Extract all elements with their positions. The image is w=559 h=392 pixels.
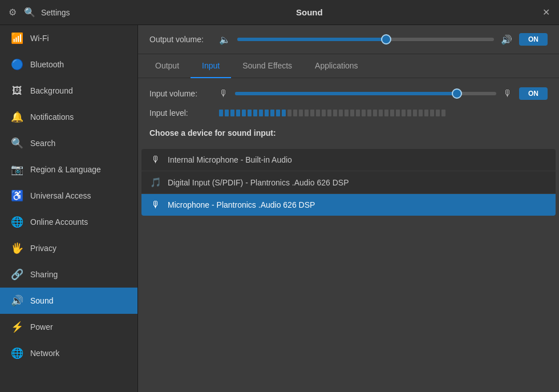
network-icon: 🌐 [11,347,23,359]
level-segment [441,110,445,116]
tab-input[interactable]: Input [191,54,231,78]
level-segment [436,110,440,116]
output-toggle-button[interactable]: ON [519,33,548,46]
sidebar-item-label-background: Background [30,86,73,95]
volume-high-icon: 🔊 [501,34,512,45]
sidebar-item-label-region-language: Region & Language [30,165,101,174]
output-volume-bar: Output volume: 🔈 🔊 ON [138,25,559,54]
device-icon: 🎙 [149,200,162,210]
mic-high-icon: 🎙 [503,88,512,99]
privacy-icon: 🖐 [11,242,23,254]
device-item-digital-input[interactable]: 🎵Digital Input (S/PDIF) - Plantronics .A… [141,171,556,194]
sharing-icon: 🔗 [11,268,23,281]
notifications-icon: 🔔 [11,111,23,123]
sidebar-item-label-bluetooth: Bluetooth [30,60,64,69]
sidebar-item-label-wifi: Wi-Fi [30,34,49,43]
titlebar-icons: ⚙ 🔍 Settings [7,7,70,18]
sidebar-item-online-accounts[interactable]: 🌐Online Accounts [0,209,137,235]
tab-applications[interactable]: Applications [303,54,370,78]
tab-sound-effects[interactable]: Sound Effects [231,54,303,78]
sidebar-item-sharing[interactable]: 🔗Sharing [0,261,137,288]
background-icon: 🖼 [11,84,23,97]
device-item-microphone[interactable]: 🎙Microphone - Plantronics .Audio 626 DSP [141,194,556,216]
sidebar-item-label-sharing: Sharing [30,270,58,279]
level-segment [430,110,434,116]
device-label-microphone: Microphone - Plantronics .Audio 626 DSP [168,200,315,209]
level-segment [419,110,423,116]
input-volume-slider[interactable] [235,92,496,95]
level-segment [356,110,360,116]
titlebar-title: Sound [79,7,540,17]
sidebar-item-search[interactable]: 🔍Search [0,130,137,156]
sidebar-item-region-language[interactable]: 📷Region & Language [0,156,137,183]
power-icon: ⚡ [11,321,23,333]
level-segment [345,110,349,116]
sidebar-item-universal-access[interactable]: ♿Universal Access [0,183,137,209]
sidebar-item-label-power: Power [30,322,53,332]
level-segment [310,110,314,116]
level-segment [339,110,343,116]
accounts-icon: 🌐 [11,216,23,228]
level-segment [322,110,326,116]
tabs: OutputInputSound EffectsApplications [138,54,559,78]
device-item-internal-mic[interactable]: 🎙Internal Microphone - Built-in Audio [141,149,556,171]
input-level-bar [219,108,548,118]
level-segment [236,110,240,116]
titlebar: ⚙ 🔍 Settings Sound ✕ [0,0,559,25]
close-button[interactable]: ✕ [540,6,552,19]
sidebar-item-wifi[interactable]: 📶Wi-Fi [0,25,137,51]
sidebar-item-label-sound: Sound [30,296,53,305]
input-toggle-button[interactable]: ON [519,87,548,100]
sidebar-item-background[interactable]: 🖼Background [0,78,137,104]
sidebar-item-label-network: Network [30,349,59,358]
level-segment [350,110,354,116]
region-icon: 📷 [11,163,23,176]
level-segment [390,110,394,116]
level-segment [316,110,320,116]
sidebar-item-power[interactable]: ⚡Power [0,314,137,340]
level-segment [367,110,371,116]
output-volume-label: Output volume: [149,35,212,44]
sidebar-item-network[interactable]: 🌐Network [0,340,137,366]
output-volume-slider[interactable] [237,38,494,41]
level-segment [293,110,297,116]
input-level-row: Input level: [149,108,548,118]
wifi-icon: 📶 [11,32,23,45]
level-segment [373,110,377,116]
device-list: 🎙Internal Microphone - Built-in Audio🎵Di… [141,149,556,216]
mic-low-icon: 🎙 [219,88,228,99]
level-segment [327,110,331,116]
level-segment [384,110,388,116]
level-segment [305,110,309,116]
sidebar-item-privacy[interactable]: 🖐Privacy [0,235,137,261]
level-segment [242,110,246,116]
sidebar-item-notifications[interactable]: 🔔Notifications [0,104,137,130]
titlebar-settings-label: Settings [41,8,70,17]
main-content: 📶Wi-Fi🔵Bluetooth🖼Background🔔Notification… [0,25,559,392]
tab-output[interactable]: Output [144,54,191,78]
level-segment [219,110,223,116]
sidebar-item-bluetooth[interactable]: 🔵Bluetooth [0,51,137,78]
level-segment [253,110,257,116]
level-segment [379,110,383,116]
input-volume-row: Input volume: 🎙 🎙 ON [149,87,548,100]
sidebar-item-label-search: Search [30,139,55,148]
bluetooth-icon: 🔵 [11,58,23,71]
search-icon[interactable]: 🔍 [24,7,35,18]
sidebar-item-sound[interactable]: 🔊Sound [0,288,137,314]
search-icon: 🔍 [11,137,23,149]
level-segment [407,110,411,116]
level-segment [270,110,274,116]
level-segment [276,110,280,116]
level-segment [259,110,263,116]
input-volume-label: Input volume: [149,89,212,98]
sound-icon: 🔊 [11,294,23,307]
sidebar-item-label-privacy: Privacy [30,244,56,253]
level-segment [230,110,234,116]
level-segment [225,110,229,116]
tools-icon[interactable]: ⚙ [7,7,18,18]
level-segment [333,110,337,116]
sidebar-item-label-online-accounts: Online Accounts [30,217,88,227]
volume-low-icon: 🔈 [219,34,230,45]
level-segment [424,110,428,116]
